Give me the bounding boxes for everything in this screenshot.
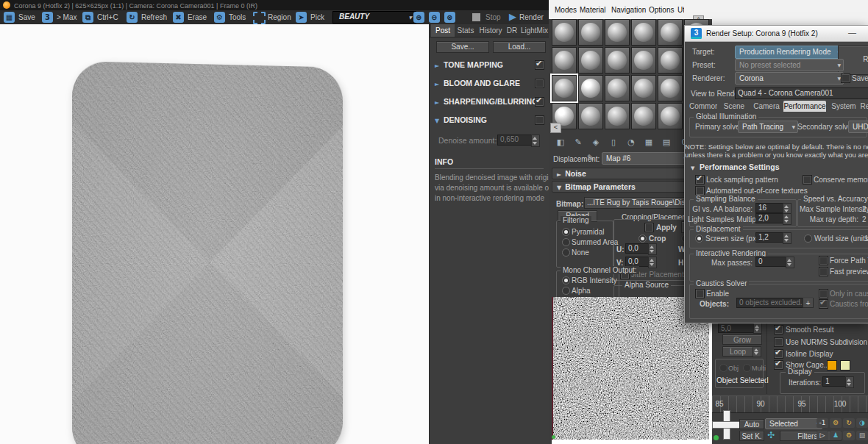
world-size-radio[interactable] xyxy=(804,234,812,243)
max-ray-depth-value[interactable]: 2 xyxy=(862,215,867,224)
material-sphere[interactable] xyxy=(578,75,603,101)
mono-rgb-radio[interactable] xyxy=(562,276,570,284)
viewport-image-icon[interactable]: ▧ xyxy=(856,431,868,440)
delete-map-icon[interactable]: ▯ xyxy=(606,137,621,148)
material-sphere[interactable] xyxy=(552,19,577,46)
get-material-icon[interactable]: ◧ xyxy=(553,137,568,148)
max-passes-field[interactable]: 0 xyxy=(755,257,789,267)
gi-aa-field[interactable]: 16 xyxy=(755,203,786,213)
screen-size-radio[interactable] xyxy=(695,234,703,243)
show-map-in-viewport-icon[interactable]: ▦ xyxy=(641,137,656,148)
primary-solver-dropdown[interactable]: Path Tracing xyxy=(738,121,798,133)
sharpening-checkbox[interactable] xyxy=(535,97,544,107)
mono-alpha-radio[interactable] xyxy=(562,287,570,295)
tab-scene[interactable]: Scene xyxy=(722,101,747,112)
section-tone-mapping[interactable]: TONE MAPPING xyxy=(444,60,503,69)
renderer-dropdown[interactable]: Corona xyxy=(735,72,844,85)
screen-size-stepper[interactable] xyxy=(783,232,791,244)
erase-icon[interactable]: ✖ xyxy=(173,12,184,23)
filtering-summed-label[interactable]: Summed Area xyxy=(572,238,618,247)
crop-radio[interactable] xyxy=(638,234,647,243)
bloom-glare-checkbox[interactable] xyxy=(535,79,544,88)
percent-snap-icon[interactable]: ↻ xyxy=(843,418,855,428)
pick-hand-icon[interactable]: ➤ xyxy=(296,12,307,23)
tab-stats[interactable]: Stats xyxy=(455,24,477,37)
secondary-solver-dropdown[interactable]: UHD Ca xyxy=(848,121,868,133)
filtering-none-radio[interactable] xyxy=(562,248,570,257)
denoising-checkbox[interactable] xyxy=(535,115,544,125)
pick-material-from-object-icon[interactable]: ✎ xyxy=(571,137,586,148)
max-sample-intensity-value[interactable]: 2 xyxy=(862,205,867,214)
obj-radio[interactable] xyxy=(719,364,728,372)
conserve-memory-checkbox[interactable] xyxy=(803,175,812,185)
tab-performance[interactable]: Performance xyxy=(783,101,826,112)
refresh-icon[interactable]: ↻ xyxy=(127,12,138,23)
section-denoising[interactable]: DENOISING xyxy=(444,115,487,124)
perf-expanded-icon[interactable]: ▼ xyxy=(691,164,694,173)
apply-checkbox[interactable] xyxy=(644,223,654,232)
cage-selected-color-swatch[interactable] xyxy=(840,360,850,370)
tab-system[interactable]: System xyxy=(829,101,858,112)
section-arrow-icon[interactable]: ▼ xyxy=(435,117,439,126)
section-arrow-icon[interactable]: ► xyxy=(435,62,439,71)
auto-key-button[interactable]: Auto xyxy=(739,419,764,429)
caustics-add-objects-button[interactable]: + xyxy=(803,298,814,308)
cage-color-swatch[interactable] xyxy=(827,360,837,370)
mono-alpha-label[interactable]: Alpha xyxy=(572,287,591,296)
force-path-tracing-checkbox[interactable] xyxy=(819,256,828,265)
snaps-toggle-icon[interactable]: -1 xyxy=(817,418,828,428)
tone-mapping-checkbox[interactable] xyxy=(535,60,544,70)
to-max-button-label[interactable]: > Max xyxy=(57,13,77,22)
save-button-label[interactable]: Save xyxy=(18,13,35,22)
caustics-enable-checkbox[interactable] xyxy=(695,289,705,298)
isolate-selection-icon[interactable]: ▷ xyxy=(817,431,828,440)
sample-scroll-left-button[interactable]: < xyxy=(550,123,561,133)
pick-button-label[interactable]: Pick xyxy=(310,13,324,22)
key-set-dropdown[interactable]: Selected xyxy=(765,418,822,429)
filtering-pyramidal-radio[interactable] xyxy=(562,228,570,236)
performance-settings-title[interactable]: Performance Settings xyxy=(700,162,780,171)
preset-dropdown[interactable]: No preset selected xyxy=(735,59,844,71)
light-samples-field[interactable]: 2,0 xyxy=(755,213,786,223)
save-file-checkbox[interactable] xyxy=(841,74,850,83)
copy-icon[interactable]: ⧉ xyxy=(82,12,93,23)
material-sphere[interactable] xyxy=(605,75,630,101)
loop-button[interactable]: Loop xyxy=(722,346,753,357)
tools-button-label[interactable]: Tools xyxy=(229,13,246,22)
zoom-out-icon[interactable]: ⊖ xyxy=(429,12,440,23)
target-dropdown[interactable]: Production Rendering Mode xyxy=(735,46,844,59)
displacement-map-dropdown[interactable]: Map #6 xyxy=(602,152,690,165)
lock-sampling-checkbox[interactable] xyxy=(695,175,705,185)
fast-preview-denoise-checkbox[interactable] xyxy=(819,267,828,276)
mono-rgb-label[interactable]: RGB Intensity xyxy=(572,276,617,285)
denoise-amount-stepper[interactable] xyxy=(531,135,540,147)
tone-save-button[interactable]: Save... xyxy=(436,41,489,53)
tab-history[interactable]: History xyxy=(477,24,505,37)
material-sphere[interactable] xyxy=(605,47,630,74)
max-badge-icon[interactable]: 3 xyxy=(42,12,53,23)
render-button-label[interactable]: Render xyxy=(519,13,544,22)
vfb-render-canvas[interactable] xyxy=(0,24,429,444)
modifier-value-stepper[interactable] xyxy=(753,323,762,334)
tab-lightmix[interactable]: LightMix xyxy=(519,24,549,37)
eyedropper-icon[interactable]: ✎ xyxy=(587,154,594,162)
zoom-reset-icon[interactable]: ⊗ xyxy=(444,12,455,23)
material-sphere[interactable] xyxy=(552,75,577,101)
loop-stepper[interactable] xyxy=(753,346,761,357)
show-cage-checkbox[interactable] xyxy=(774,360,783,370)
save-icon[interactable]: ▦ xyxy=(4,12,15,23)
screen-size-field[interactable]: 1,2 xyxy=(755,232,786,243)
material-sphere[interactable] xyxy=(578,47,603,74)
save-material-icon[interactable]: ▤ xyxy=(659,137,674,148)
modifier-value-field[interactable]: 5,0 xyxy=(718,323,756,333)
angle-snap-icon[interactable]: ⚙ xyxy=(830,418,842,428)
tab-dr[interactable]: DR xyxy=(505,24,519,37)
menu-navigation[interactable]: Navigation xyxy=(611,6,646,15)
menu-modes[interactable]: Modes xyxy=(555,6,577,15)
stop-icon[interactable] xyxy=(472,13,480,21)
region-icon[interactable] xyxy=(253,12,266,24)
view-to-render-value[interactable]: Quad 4 - Corona Camera001 xyxy=(735,87,868,99)
section-bloom-glare[interactable]: BLOOM AND GLARE xyxy=(444,79,520,87)
material-sphere[interactable] xyxy=(631,103,656,129)
set-key-button[interactable]: Set K. xyxy=(739,431,764,441)
